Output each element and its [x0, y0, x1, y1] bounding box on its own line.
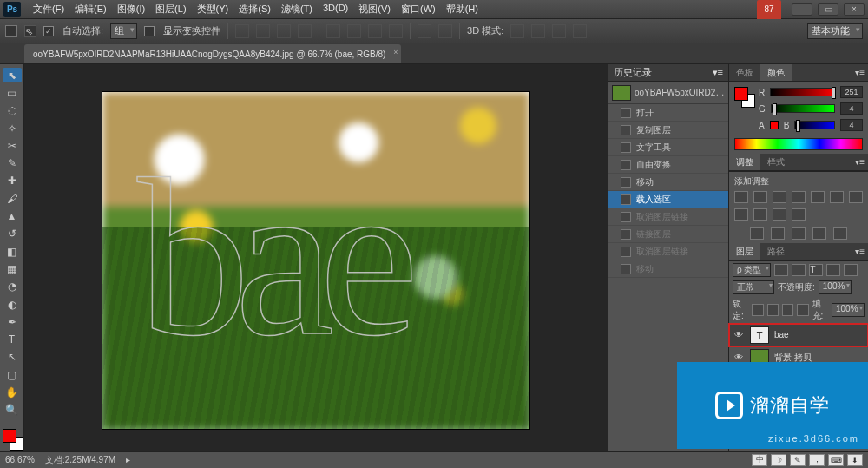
ime-button[interactable]: ，	[809, 454, 825, 466]
workspace-switcher[interactable]: 基本功能	[807, 23, 863, 39]
ime-button[interactable]: ⬇	[847, 454, 863, 466]
lasso-tool[interactable]: ◌	[3, 103, 22, 118]
distribute-icon[interactable]	[438, 24, 452, 38]
lock-all-icon[interactable]	[797, 304, 808, 316]
ime-button[interactable]: ⌨	[828, 454, 844, 466]
stamp-tool[interactable]: ▲	[3, 208, 22, 223]
zoom-readout[interactable]: 66.67%	[5, 455, 35, 465]
tool-preset-icon[interactable]	[5, 25, 17, 37]
visibility-toggle[interactable]: 👁	[733, 353, 745, 362]
close-icon[interactable]: ×	[393, 48, 398, 56]
lock-pos-icon[interactable]	[782, 304, 793, 316]
menu-item[interactable]: 窗口(W)	[396, 3, 441, 16]
adj-balance-icon[interactable]	[849, 191, 863, 203]
minimize-button[interactable]: —	[792, 3, 812, 16]
panel-menu-icon[interactable]: ▾≡	[852, 247, 868, 256]
restore-button[interactable]: ▭	[818, 3, 838, 16]
eraser-tool[interactable]: ◧	[3, 244, 22, 259]
document-tab[interactable]: ooYBAFW5pxOIRD2NAAPMaR13HiUAACnogDygsQAA…	[24, 44, 401, 63]
history-source-row[interactable]: ooYBAFW5pxOIRD2NA...	[608, 82, 728, 104]
adj-curves-icon[interactable]	[773, 191, 786, 203]
distribute-icon[interactable]	[418, 24, 431, 38]
wand-tool[interactable]: ✧	[3, 121, 22, 135]
artboard[interactable]: bae	[102, 92, 529, 429]
panel-menu-icon[interactable]: ▾≡	[852, 68, 868, 77]
adj-vibrance-icon[interactable]	[811, 191, 825, 203]
close-button[interactable]: ×	[844, 3, 865, 16]
menu-item[interactable]: 3D(D)	[318, 3, 353, 16]
history-step[interactable]: 文字工具	[608, 139, 728, 156]
canvas-area[interactable]: bae	[24, 64, 608, 451]
history-step[interactable]: 自由变换	[608, 156, 728, 174]
menu-item[interactable]: 编辑(E)	[69, 3, 112, 16]
history-panel-tab[interactable]: 历史记录 ▾≡	[608, 64, 728, 82]
adj-mixer-icon[interactable]	[773, 208, 786, 221]
hand-tool[interactable]: ✋	[3, 385, 22, 399]
doc-size-readout[interactable]: 文档:2.25M/4.97M	[45, 454, 115, 466]
tab-adjustments[interactable]: 调整	[729, 154, 760, 170]
panel-menu-icon[interactable]: ▾≡	[852, 157, 868, 167]
distribute-icon[interactable]	[389, 24, 403, 38]
adj-bw-icon[interactable]	[734, 208, 748, 221]
adj-selective-icon[interactable]	[833, 227, 847, 240]
adj-hue-icon[interactable]	[830, 191, 844, 203]
adj-gradient-icon[interactable]	[812, 227, 826, 240]
history-step[interactable]: 取消图层链接	[608, 208, 728, 226]
b-slider[interactable]	[794, 121, 835, 129]
eyedropper-tool[interactable]: ✎	[3, 155, 22, 170]
adj-levels-icon[interactable]	[753, 191, 767, 203]
menu-item[interactable]: 类型(Y)	[192, 3, 234, 16]
layer-row[interactable]: 👁Tbae	[729, 324, 868, 346]
adj-invert-icon[interactable]	[750, 227, 764, 240]
g-slider[interactable]	[771, 104, 835, 113]
hue-ramp[interactable]	[734, 138, 863, 150]
distribute-icon[interactable]	[368, 24, 382, 38]
gamut-warn-icon[interactable]: A	[759, 121, 765, 130]
zoom-tool[interactable]: 🔍	[3, 403, 22, 418]
history-step[interactable]: 取消图层链接	[608, 243, 728, 260]
auto-select-checkbox[interactable]	[43, 26, 54, 36]
type-tool[interactable]: T	[3, 332, 22, 346]
ime-button[interactable]: ✎	[790, 454, 806, 466]
history-step[interactable]: 移动	[608, 260, 728, 278]
b-value[interactable]: 4	[840, 119, 863, 131]
adj-brightness-icon[interactable]	[734, 191, 748, 203]
show-transform-checkbox[interactable]	[144, 26, 155, 36]
r-slider[interactable]	[770, 88, 835, 96]
align-icon[interactable]	[235, 24, 249, 38]
menu-item[interactable]: 帮助(H)	[441, 3, 483, 16]
color-wells[interactable]	[1, 427, 23, 451]
tab-color[interactable]: 颜色	[760, 64, 792, 81]
visibility-toggle[interactable]: 👁	[733, 330, 745, 339]
fill-value[interactable]: 100%	[832, 303, 865, 317]
tab-paths[interactable]: 路径	[760, 243, 792, 260]
3d-icon[interactable]	[573, 24, 587, 38]
adj-poster-icon[interactable]	[771, 227, 785, 240]
ime-button[interactable]: ☽	[771, 454, 786, 466]
layer-filter-type[interactable]: ρ 类型	[733, 263, 771, 277]
cloud-badge[interactable]: 87	[757, 0, 781, 19]
auto-select-target[interactable]: 组	[110, 23, 137, 39]
lock-pixel-icon[interactable]	[767, 304, 779, 316]
menu-item[interactable]: 图层(L)	[150, 3, 191, 16]
lock-trans-icon[interactable]	[752, 304, 763, 316]
panel-menu-icon[interactable]: ▾≡	[713, 67, 723, 78]
color-wells[interactable]	[734, 87, 755, 108]
filter-adj-icon[interactable]	[792, 264, 806, 276]
history-step[interactable]: 载入选区	[608, 191, 728, 208]
history-step[interactable]: 打开	[608, 104, 728, 122]
blend-mode-select[interactable]: 正常	[733, 280, 774, 294]
tab-styles[interactable]: 样式	[760, 154, 792, 170]
blur-tool[interactable]: ◔	[3, 280, 22, 294]
3d-icon[interactable]	[552, 24, 566, 38]
tab-swatches[interactable]: 色板	[729, 64, 760, 81]
healing-tool[interactable]: ✚	[3, 174, 22, 188]
brush-tool[interactable]: 🖌	[3, 191, 22, 206]
align-icon[interactable]	[277, 24, 291, 38]
align-icon[interactable]	[298, 24, 312, 38]
filter-pixel-icon[interactable]	[774, 264, 788, 276]
foreground-color-well[interactable]	[3, 429, 16, 443]
history-step[interactable]: 链接图层	[608, 226, 728, 243]
menu-item[interactable]: 视图(V)	[353, 3, 396, 16]
3d-icon[interactable]	[531, 24, 545, 38]
